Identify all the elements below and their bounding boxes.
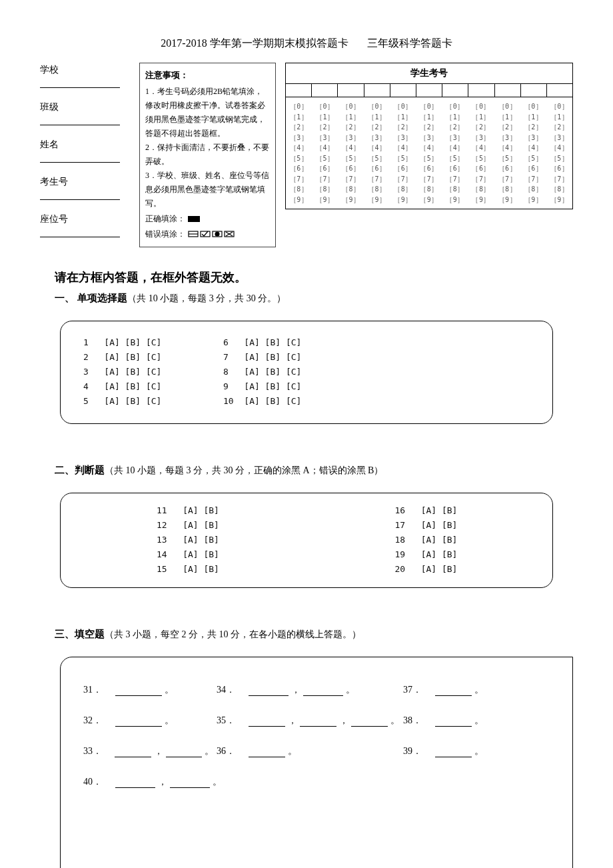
bubble-digit[interactable]: ［3］ xyxy=(468,133,494,143)
choice-row[interactable]: 3 [A] [B] [C] xyxy=(83,367,223,377)
exam-digit-cell[interactable] xyxy=(286,84,312,97)
bubble-column[interactable]: ［0］［1］［2］［3］［4］［5］［6］［7］［8］［9］ xyxy=(416,101,442,205)
bubble-digit[interactable]: ［4］ xyxy=(338,143,364,153)
bubble-digit[interactable]: ［4］ xyxy=(520,143,546,153)
bubble-digit[interactable]: ［4］ xyxy=(468,143,494,153)
bubble-digit[interactable]: ［2］ xyxy=(494,122,520,133)
bubble-digit[interactable]: ［1］ xyxy=(520,112,546,123)
bubble-digit[interactable]: ［5］ xyxy=(468,153,494,164)
bubble-digit[interactable]: ［9］ xyxy=(390,195,416,205)
bubble-digit[interactable]: ［5］ xyxy=(390,153,416,164)
bubble-digit[interactable]: ［4］ xyxy=(312,143,338,153)
bubble-digit[interactable]: ［6］ xyxy=(338,163,364,174)
fill-q36[interactable]: 36．。 xyxy=(217,745,403,757)
bubble-column[interactable]: ［0］［1］［2］［3］［4］［5］［6］［7］［8］［9］ xyxy=(390,101,416,205)
bubble-digit[interactable]: ［8］ xyxy=(416,184,442,195)
bubble-digit[interactable]: ［2］ xyxy=(520,122,546,133)
exam-digit-cell[interactable] xyxy=(390,84,416,97)
bubble-digit[interactable]: ［0］ xyxy=(286,101,312,112)
bubble-digit[interactable]: ［0］ xyxy=(442,101,468,112)
bubble-digit[interactable]: ［8］ xyxy=(312,184,338,195)
bubble-digit[interactable]: ［7］ xyxy=(520,174,546,185)
choice-row[interactable]: 12 [A] [B] xyxy=(157,520,292,530)
exam-digit-cell[interactable] xyxy=(468,84,494,97)
bubble-digit[interactable]: ［1］ xyxy=(442,112,468,123)
bubble-digit[interactable]: ［0］ xyxy=(390,101,416,112)
bubble-digit[interactable]: ［9］ xyxy=(546,195,572,205)
bubble-digit[interactable]: ［4］ xyxy=(442,143,468,153)
bubble-digit[interactable]: ［7］ xyxy=(364,174,390,185)
bubble-digit[interactable]: ［6］ xyxy=(390,163,416,174)
choice-row[interactable]: 19 [A] [B] xyxy=(395,549,530,559)
bubble-digit[interactable]: ［3］ xyxy=(494,133,520,143)
choice-row[interactable]: 2 [A] [B] [C] xyxy=(83,352,223,362)
bubble-digit[interactable]: ［3］ xyxy=(442,133,468,143)
choice-row[interactable]: 7 [A] [B] [C] xyxy=(223,352,363,362)
exam-digit-cell[interactable] xyxy=(416,84,442,97)
bubble-digit[interactable]: ［5］ xyxy=(286,153,312,164)
section2-col-right[interactable]: 16 [A] [B]17 [A] [B]18 [A] [B]19 [A] [B]… xyxy=(395,505,530,574)
bubble-digit[interactable]: ［6］ xyxy=(546,163,572,174)
school-input-line[interactable] xyxy=(40,79,120,88)
bubble-column[interactable]: ［0］［1］［2］［3］［4］［5］［6］［7］［8］［9］ xyxy=(338,101,364,205)
bubble-digit[interactable]: ［1］ xyxy=(494,112,520,123)
fill-q40[interactable]: 40．，。 xyxy=(83,776,225,788)
bubble-digit[interactable]: ［0］ xyxy=(312,101,338,112)
bubble-column[interactable]: ［0］［1］［2］［3］［4］［5］［6］［7］［8］［9］ xyxy=(312,101,338,205)
bubble-digit[interactable]: ［8］ xyxy=(364,184,390,195)
bubble-column[interactable]: ［0］［1］［2］［3］［4］［5］［6］［7］［8］［9］ xyxy=(520,101,546,205)
choice-row[interactable]: 13 [A] [B] xyxy=(157,535,292,545)
bubble-digit[interactable]: ［3］ xyxy=(364,133,390,143)
bubble-digit[interactable]: ［4］ xyxy=(390,143,416,153)
bubble-digit[interactable]: ［1］ xyxy=(338,112,364,123)
bubble-digit[interactable]: ［7］ xyxy=(312,174,338,185)
choice-row[interactable]: 15 [A] [B] xyxy=(157,564,292,574)
choice-row[interactable]: 9 [A] [B] [C] xyxy=(223,381,363,391)
exam-number-write-row[interactable] xyxy=(286,84,572,97)
bubble-digit[interactable]: ［5］ xyxy=(442,153,468,164)
bubble-digit[interactable]: ［1］ xyxy=(546,112,572,123)
bubble-digit[interactable]: ［6］ xyxy=(364,163,390,174)
bubble-digit[interactable]: ［7］ xyxy=(416,174,442,185)
bubble-digit[interactable]: ［7］ xyxy=(494,174,520,185)
bubble-digit[interactable]: ［3］ xyxy=(338,133,364,143)
bubble-digit[interactable]: ［0］ xyxy=(494,101,520,112)
bubble-digit[interactable]: ［3］ xyxy=(312,133,338,143)
bubble-digit[interactable]: ［6］ xyxy=(442,163,468,174)
fill-q39[interactable]: 39．。 xyxy=(403,745,486,757)
bubble-digit[interactable]: ［3］ xyxy=(286,133,312,143)
fill-q33[interactable]: 33．，。 xyxy=(83,745,217,757)
bubble-digit[interactable]: ［2］ xyxy=(442,122,468,133)
bubble-digit[interactable]: ［1］ xyxy=(364,112,390,123)
bubble-digit[interactable]: ［9］ xyxy=(520,195,546,205)
choice-row[interactable]: 18 [A] [B] xyxy=(395,535,530,545)
bubble-digit[interactable]: ［2］ xyxy=(364,122,390,133)
bubble-digit[interactable]: ［8］ xyxy=(442,184,468,195)
bubble-digit[interactable]: ［1］ xyxy=(468,112,494,123)
exam-digit-cell[interactable] xyxy=(364,84,390,97)
bubble-digit[interactable]: ［9］ xyxy=(312,195,338,205)
bubble-digit[interactable]: ［8］ xyxy=(494,184,520,195)
exam-digit-cell[interactable] xyxy=(442,84,468,97)
bubble-digit[interactable]: ［0］ xyxy=(364,101,390,112)
bubble-digit[interactable]: ［2］ xyxy=(338,122,364,133)
bubble-digit[interactable]: ［6］ xyxy=(468,163,494,174)
bubble-digit[interactable]: ［5］ xyxy=(364,153,390,164)
bubble-digit[interactable]: ［4］ xyxy=(286,143,312,153)
bubble-digit[interactable]: ［9］ xyxy=(286,195,312,205)
exam-digit-cell[interactable] xyxy=(521,84,547,97)
class-input-line[interactable] xyxy=(40,116,120,125)
bubble-digit[interactable]: ［8］ xyxy=(286,184,312,195)
section1-col-right[interactable]: 6 [A] [B] [C]7 [A] [B] [C]8 [A] [B] [C]9… xyxy=(223,337,363,406)
bubble-digit[interactable]: ［9］ xyxy=(364,195,390,205)
choice-row[interactable]: 6 [A] [B] [C] xyxy=(223,337,363,347)
exam-digit-cell[interactable] xyxy=(547,84,572,97)
choice-row[interactable]: 10 [A] [B] [C] xyxy=(223,396,363,406)
bubble-column[interactable]: ［0］［1］［2］［3］［4］［5］［6］［7］［8］［9］ xyxy=(364,101,390,205)
bubble-digit[interactable]: ［1］ xyxy=(416,112,442,123)
bubble-digit[interactable]: ［7］ xyxy=(286,174,312,185)
bubble-digit[interactable]: ［8］ xyxy=(338,184,364,195)
bubble-digit[interactable]: ［4］ xyxy=(546,143,572,153)
bubble-digit[interactable]: ［0］ xyxy=(338,101,364,112)
bubble-digit[interactable]: ［8］ xyxy=(546,184,572,195)
